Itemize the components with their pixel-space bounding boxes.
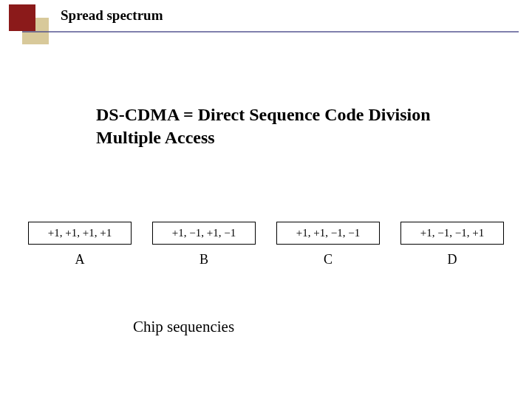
chip-sequences-row: +1, +1, +1, +1 A +1, −1, +1, −1 B +1, +1… [15,222,517,267]
chip-box: +1, +1, +1, +1 [28,222,132,245]
chip-label: B [200,252,208,267]
chip-label: A [75,252,85,267]
chip-box: +1, −1, +1, −1 [152,222,256,245]
chip-label: D [448,252,457,267]
slide-title: Spread spectrum [61,7,163,24]
chip-box: +1, +1, −1, −1 [276,222,380,245]
chip-box: +1, −1, −1, +1 [400,222,504,245]
chip-label: C [324,252,332,267]
chip-col-a: +1, +1, +1, +1 A [28,222,132,267]
header-divider [22,31,519,33]
main-heading: DS-CDMA = Direct Sequence Code Division … [96,103,451,149]
chip-col-d: +1, −1, −1, +1 D [400,222,504,267]
chip-col-b: +1, −1, +1, −1 B [152,222,256,267]
decorative-red-square [9,4,35,31]
chip-col-c: +1, +1, −1, −1 C [276,222,380,267]
caption-text: Chip sequencies [133,318,234,336]
slide-header: Spread spectrum [0,0,532,37]
